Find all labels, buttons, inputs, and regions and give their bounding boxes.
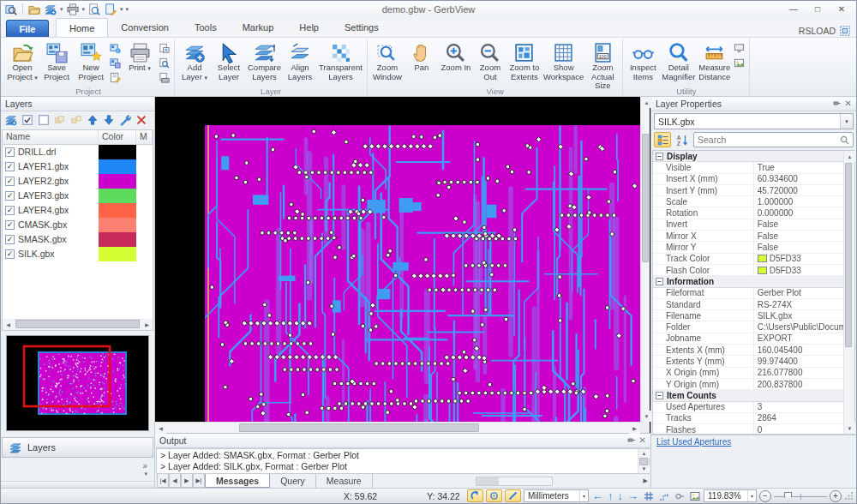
property-row[interactable]: Track ColorD5FD33 <box>653 254 843 265</box>
property-row[interactable]: X Origin (mm)216.077800 <box>653 368 843 379</box>
zoom-to-extents-button[interactable]: Zoom to Extents <box>507 39 542 81</box>
canvas-horizontal-scrollbar[interactable]: ◀ ▶ <box>155 422 640 433</box>
property-row[interactable]: Tracks2864 <box>653 413 843 424</box>
column-header-color[interactable]: Color <box>99 130 136 144</box>
save-project-button[interactable]: Save Project <box>39 39 74 81</box>
close-panel-icon[interactable]: ✕ <box>639 436 646 445</box>
print-quick-icon[interactable] <box>66 3 80 15</box>
layer-visibility-checkbox[interactable]: ✓ <box>5 235 15 244</box>
scroll-right-icon[interactable]: ▶ <box>141 319 153 330</box>
export-icon[interactable] <box>104 3 117 15</box>
zoom-window-button[interactable]: Zoom Window <box>370 39 405 81</box>
snap-mode-toggle[interactable] <box>486 489 502 502</box>
scroll-up-icon[interactable]: ▲ <box>844 151 855 162</box>
layer-row[interactable]: ✓CMASK.gbx <box>3 218 153 232</box>
resize-grip[interactable] <box>844 490 854 501</box>
layer-color-swatch[interactable] <box>99 159 136 174</box>
delete-layer-button[interactable] <box>134 113 148 128</box>
zoom-level-dropdown[interactable]: 119.83% ▾ <box>704 489 757 502</box>
properties-scrollbar[interactable]: ▲ ▼ <box>843 151 854 434</box>
property-row[interactable]: Flash ColorD5FD33 <box>653 265 843 276</box>
group-layers-button[interactable] <box>52 113 67 128</box>
layer-row[interactable]: ✓LAYER3.gbx <box>3 189 153 203</box>
pan-up-button[interactable]: ↑ <box>607 490 614 501</box>
output-scrollbar[interactable]: ▲ ▼ <box>638 449 649 473</box>
property-row[interactable]: Extents Y (mm)99.974400 <box>653 356 843 367</box>
property-row[interactable]: StandardRS-274X <box>653 299 843 310</box>
print-selection-icon[interactable] <box>158 71 171 83</box>
maximize-button[interactable]: □ <box>806 3 829 15</box>
move-layer-up-button[interactable] <box>85 113 99 128</box>
transparent-layers-button[interactable]: Transparent Layers <box>317 39 364 81</box>
scroll-left-icon[interactable]: ◀ <box>3 319 14 330</box>
select-layer-button[interactable]: Select Layer <box>212 39 246 81</box>
collapse-arrow-icon[interactable]: ▾ <box>144 471 147 477</box>
search-input[interactable] <box>694 135 840 145</box>
zoom-slider[interactable] <box>774 490 827 502</box>
property-row[interactable]: Used Apertures3 <box>653 402 843 413</box>
project-properties-icon[interactable] <box>109 57 122 69</box>
add-layer-button[interactable]: Add Layer ▾ <box>177 39 212 82</box>
file-menu-button[interactable]: File <box>6 20 49 37</box>
column-header-mirror[interactable]: M <box>136 130 153 144</box>
layers-horizontal-scrollbar[interactable]: ◀ ▶ <box>3 319 153 330</box>
layer-row[interactable]: ✓DRILL.drl <box>3 145 153 159</box>
pan-right-button[interactable]: → <box>626 490 639 501</box>
layer-color-swatch[interactable] <box>99 218 136 232</box>
layer-color-swatch[interactable] <box>99 247 136 261</box>
screen-capture-icon[interactable] <box>733 42 746 54</box>
property-category[interactable]: −Item Counts <box>653 390 843 401</box>
canvas-vertical-scrollbar[interactable]: ▲ ▼ <box>640 97 650 422</box>
move-layer-down-button[interactable] <box>101 113 116 128</box>
pcb-canvas[interactable] <box>155 97 640 422</box>
zoom-out-button[interactable]: Zoom Out <box>473 39 507 81</box>
property-category[interactable]: −Display <box>653 151 843 162</box>
list-used-apertures-link[interactable]: List Used Apertures <box>656 437 731 447</box>
zoom-out-slider-button[interactable]: − <box>759 490 771 502</box>
tab-markup[interactable]: Markup <box>230 18 287 37</box>
property-row[interactable]: Scale1.000000 <box>653 196 843 207</box>
print-button[interactable]: Print ▾ <box>123 39 157 74</box>
open-project-button[interactable]: Open Project ▾ <box>5 39 39 82</box>
customize-qat-icon[interactable]: ▾ <box>126 6 129 12</box>
dropdown-arrow-icon[interactable]: ▾ <box>840 114 853 129</box>
snapshot-icon[interactable] <box>688 490 701 502</box>
sort-alphabetical-button[interactable]: AZ <box>674 132 691 147</box>
property-row[interactable]: InvertFalse <box>653 219 843 231</box>
print-preview-icon[interactable] <box>87 3 101 15</box>
detail-magnifier-button[interactable]: Detail Magnifier <box>660 39 697 81</box>
layer-color-swatch[interactable] <box>99 232 136 247</box>
first-tab-icon[interactable]: |◀ <box>157 474 169 488</box>
property-row[interactable]: FilenameSILK.gbx <box>653 310 843 321</box>
property-row[interactable]: Mirror YFalse <box>653 242 843 253</box>
property-row[interactable]: Y Origin (mm)200.837800 <box>653 379 843 390</box>
prev-tab-icon[interactable]: ◀ <box>169 474 181 488</box>
tab-settings[interactable]: Settings <box>332 18 392 37</box>
collapse-icon[interactable]: − <box>656 392 663 399</box>
layer-row[interactable]: ✓LAYER1.gbx <box>3 159 153 174</box>
expand-icon[interactable]: » <box>142 461 147 471</box>
layer-color-swatch[interactable] <box>99 189 136 203</box>
measure-distance-button[interactable]: Measure Distance <box>697 39 732 81</box>
layer-row[interactable]: ✓LAYER4.gbx <box>3 203 153 218</box>
property-row[interactable]: JobnameEXPORT <box>653 333 843 345</box>
pan-left-button[interactable]: ← <box>591 490 604 501</box>
color-swatch[interactable] <box>758 255 767 262</box>
align-layers-button[interactable]: Align Layers <box>283 39 317 81</box>
layer-color-swatch[interactable] <box>99 203 136 218</box>
property-row[interactable]: FolderC:\Users\Public\Docume... <box>653 321 843 333</box>
app-logo-icon[interactable] <box>4 3 18 15</box>
property-row[interactable]: Mirror XFalse <box>653 231 843 242</box>
output-tab-query[interactable]: Query <box>270 474 316 488</box>
property-category[interactable]: −Information <box>653 276 843 287</box>
close-button[interactable]: ✕ <box>830 3 853 15</box>
layer-visibility-checkbox[interactable]: ✓ <box>5 249 15 259</box>
scroll-up-icon[interactable]: ▲ <box>638 449 650 458</box>
color-swatch[interactable] <box>758 267 767 274</box>
units-dropdown[interactable]: Millimeters ▾ <box>524 489 589 502</box>
scroll-left-icon[interactable]: ◀ <box>155 423 166 434</box>
open-file-icon[interactable] <box>27 3 41 15</box>
compare-layers-button[interactable]: Compare Layers <box>246 39 283 81</box>
layer-visibility-checkbox[interactable]: ✓ <box>5 220 15 230</box>
line-mode-toggle[interactable] <box>505 489 521 502</box>
